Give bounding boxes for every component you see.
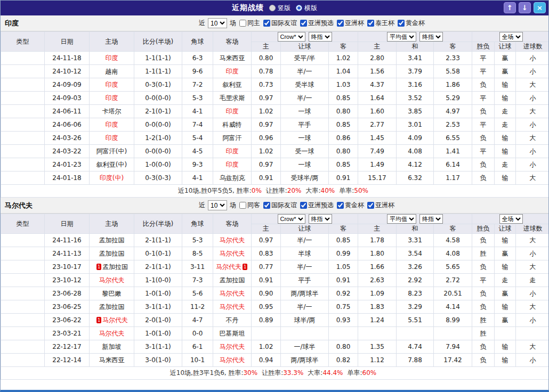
average-odds-select[interactable]: 平均值 (387, 214, 416, 224)
competition-checkbox-0[interactable]: 国际友谊 (263, 201, 297, 210)
home-team-name: 印度 (106, 121, 118, 128)
handicap-home-odds: 1.02 (252, 340, 281, 354)
result-handicap: 走 (495, 105, 516, 118)
competition-checkbox-1[interactable]: 亚洲预选 (300, 19, 334, 28)
odds-away-win: 8.99 (434, 314, 472, 327)
competition-checkbox-1[interactable]: 亚洲预选 (300, 201, 334, 210)
scroll-up-button[interactable]: ↑ (504, 2, 516, 13)
summary-stat-value: 40% (321, 187, 335, 194)
layout-radio-horizontal[interactable]: 横版 (296, 4, 317, 13)
competition-checkbox-3-box[interactable] (367, 20, 374, 27)
column-header-1: 日期 (45, 214, 90, 234)
competition-badge: 黄金杯 (1, 287, 45, 300)
same-venue-checkbox-box[interactable] (239, 20, 246, 27)
match-date: 24-11-16 (45, 234, 90, 247)
red-card-icon: 1 (96, 317, 101, 323)
competition-checkbox-4[interactable]: 黄金杯 (398, 19, 425, 28)
home-team-name: 孟加拉国 (99, 236, 125, 244)
handicap-line: 受平/半 (281, 52, 329, 65)
close-button[interactable]: × (534, 2, 546, 13)
away-team-cell: 马尔代夫 (213, 287, 252, 300)
competition-checkbox-1-box[interactable] (300, 20, 307, 27)
result-wdl: 负 (472, 260, 495, 274)
bookmaker-select[interactable]: Crow* (278, 32, 305, 42)
column-header-0: 类型 (1, 214, 45, 234)
corner-score: 5-3 (182, 234, 213, 247)
radio-unselected-icon (269, 5, 276, 11)
summary-prefix: 近10场,胜0平5负5, (178, 187, 237, 194)
result-scope-select[interactable]: 全场 (499, 32, 523, 42)
result-goals: 小 (516, 65, 549, 78)
match-count-select[interactable]: 10 (208, 200, 227, 210)
match-row: 国际友谊22-12-17新加坡3-1(1-1)6-1马尔代夫1.02一/球半0.… (1, 340, 549, 354)
result-goals: 小 (516, 145, 549, 158)
result-handicap: 走 (495, 274, 516, 287)
same-venue-checkbox-box[interactable] (239, 202, 246, 209)
summary-stat-value: 0% (252, 187, 262, 194)
result-wdl: 负 (472, 340, 495, 354)
column-header-3: 比分(半场) (134, 32, 182, 52)
europe-odds-time-select[interactable]: 终指 (419, 214, 443, 224)
handicap-line: 半球 (281, 247, 329, 260)
away-team-cell: 马尔代夫 (213, 247, 252, 260)
match-row: 国际友谊24-11-13孟加拉国0-1(0-1)8-5马尔代夫0.83半球0.9… (1, 247, 549, 260)
competition-checkbox-2[interactable]: 黄金杯 (337, 201, 364, 210)
odds-draw: 3.41 (397, 52, 434, 65)
competition-checkbox-3-label: 亚洲杯 (375, 201, 394, 210)
score-halftime: 1-0(1-0) (134, 327, 182, 340)
competition-checkbox-2-box[interactable] (337, 20, 344, 27)
same-venue-checkbox[interactable]: 同主 (239, 19, 260, 28)
match-count-select[interactable]: 10 (208, 18, 227, 28)
odds-away-win (434, 327, 472, 340)
team-name: 马尔代夫 (1, 201, 33, 210)
competition-badge: 亚洲预选 (1, 260, 45, 274)
team-section-1: 马尔代夫近10场同客国际友谊亚洲预选黄金杯亚洲杯类型日期主场比分(半场)角球客场… (1, 198, 548, 380)
handicap-odds-time-select[interactable]: 终指 (309, 214, 332, 224)
handicap-home-odds: 0.77 (252, 260, 281, 274)
handicap-odds-time-select[interactable]: 终指 (309, 32, 332, 42)
average-odds-select[interactable]: 平均值 (387, 32, 416, 42)
result-handicap: 输 (495, 354, 516, 367)
competition-checkbox-3-box[interactable] (367, 202, 374, 209)
competition-checkbox-0-box[interactable] (263, 202, 270, 209)
near-label: 近 (199, 19, 205, 28)
odds-home-win: 1.83 (358, 300, 397, 314)
competition-checkbox-1-box[interactable] (300, 202, 307, 209)
home-team-cell: 新加坡 (90, 340, 134, 354)
away-team-cell: 马尔代夫 (213, 354, 252, 367)
result-goals: 大 (516, 132, 549, 145)
competition-checkbox-3[interactable]: 亚洲杯 (367, 201, 394, 210)
odds-draw: 8.23 (397, 287, 434, 300)
handicap-line: 受球半/两 (281, 172, 329, 185)
layout-radio-vertical[interactable]: 竖版 (269, 4, 290, 13)
competition-checkbox-2-label: 亚洲杯 (345, 19, 364, 28)
competition-badge: 亚洲预选 (1, 118, 45, 132)
match-date: 23-10-17 (45, 260, 90, 274)
column-header-5: 客场 (213, 32, 252, 52)
sub-header-8: 进球数 (516, 224, 549, 234)
odds-home-win: 2.63 (358, 274, 397, 287)
competition-checkbox-4-box[interactable] (398, 20, 405, 27)
competition-checkbox-2[interactable]: 亚洲杯 (337, 19, 364, 28)
scroll-down-button[interactable]: ↓ (519, 2, 531, 13)
bookmaker-select[interactable]: Crow* (278, 214, 305, 224)
handicap-home-odds: 0.78 (252, 65, 281, 78)
competition-checkbox-0-box[interactable] (263, 20, 270, 27)
result-scope-select[interactable]: 全场 (499, 214, 523, 224)
europe-odds-time-select[interactable]: 终指 (419, 32, 443, 42)
odds-home-win: 2.80 (358, 52, 397, 65)
corner-score: 4-5 (182, 145, 213, 158)
match-row: 黄金杯23-06-25孟加拉国3-1(1-1)11-2马尔代夫0.95半/一0.… (1, 300, 549, 314)
corner-score: 4-7 (182, 314, 213, 327)
match-date: 24-11-13 (45, 247, 90, 260)
odds-draw: 4.12 (397, 158, 434, 172)
competition-checkbox-3[interactable]: 泰王杯 (367, 19, 394, 28)
score-halftime: 1-0(1-0) (134, 287, 182, 300)
competition-checkbox-2-box[interactable] (337, 202, 344, 209)
sub-header-2: 客 (329, 42, 358, 52)
same-venue-checkbox[interactable]: 同客 (239, 201, 260, 210)
competition-checkbox-0[interactable]: 国际友谊 (263, 19, 297, 28)
odds-away-win: 5.65 (434, 260, 472, 274)
odds-draw: 4.74 (397, 340, 434, 354)
corner-score: 6-3 (182, 52, 213, 65)
